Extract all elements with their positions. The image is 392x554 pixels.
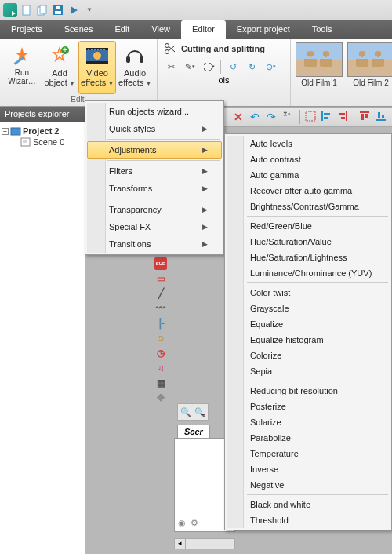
video-effects-button[interactable]: Video effects ▼ bbox=[78, 41, 116, 94]
horizontal-scrollbar[interactable] bbox=[186, 539, 234, 549]
tree-item-label: Project 2 bbox=[23, 126, 59, 136]
rotate-cw-icon[interactable]: ↻ bbox=[245, 60, 259, 74]
scissors-tool-icon[interactable]: ✂ bbox=[164, 60, 178, 74]
new-page-icon[interactable] bbox=[20, 4, 33, 16]
line-icon[interactable]: ╱ bbox=[154, 287, 167, 300]
align-bottom-icon[interactable] bbox=[376, 111, 387, 123]
tab-export-project[interactable]: Export project bbox=[226, 20, 301, 39]
submenu-item-grayscale[interactable]: Grayscale bbox=[227, 301, 390, 316]
submenu-item-black-and-white[interactable]: Black and white bbox=[227, 497, 390, 512]
submenu-item-threshold[interactable]: Threshold bbox=[227, 512, 390, 528]
copy-icon[interactable] bbox=[36, 4, 49, 16]
submenu-arrow-icon: ▶ bbox=[202, 184, 208, 192]
menu-item-special-fx[interactable]: Special FX▶ bbox=[87, 218, 222, 235]
history-dropdown-icon[interactable]: ⧗▾ bbox=[283, 111, 295, 123]
zoom-in-icon[interactable]: 🔍 bbox=[180, 406, 192, 418]
crop-tool-icon[interactable]: ⛶▾ bbox=[201, 60, 216, 74]
select-all-icon[interactable] bbox=[305, 111, 317, 123]
preset-thumbnail bbox=[347, 42, 392, 77]
submenu-item-temperature[interactable]: Temperature bbox=[227, 446, 390, 461]
submenu-item-reducing-bit-resolution[interactable]: Reducing bit resolution bbox=[227, 383, 390, 399]
menu-item-quick-styles[interactable]: Quick styles▶ bbox=[87, 120, 222, 137]
submenu-item-red-green-blue[interactable]: Red/Green/Blue bbox=[227, 218, 390, 234]
undo-icon[interactable]: ↶ bbox=[250, 111, 262, 123]
shape-icon[interactable]: ▭ bbox=[154, 272, 167, 285]
delete-icon[interactable]: ✕ bbox=[234, 111, 245, 123]
gear-icon[interactable]: ⚙ bbox=[191, 518, 198, 528]
audio-effects-button[interactable]: Audio effects ▼ bbox=[116, 41, 154, 94]
preset-label: Old Film 1 bbox=[296, 78, 343, 87]
svg-rect-18 bbox=[97, 49, 99, 50]
eye-icon[interactable]: ◉ bbox=[178, 518, 186, 528]
preset-label: Old Film 2 bbox=[347, 78, 392, 87]
submenu-item-auto-gamma[interactable]: Auto gamma bbox=[227, 167, 390, 183]
effect-presets: Old Film 1 Old Film 2 bbox=[291, 39, 392, 106]
menu-item-transitions[interactable]: Transitions▶ bbox=[87, 235, 222, 253]
tab-scenes[interactable]: Scenes bbox=[53, 20, 104, 39]
rotate-ccw-icon[interactable]: ↺ bbox=[226, 60, 240, 74]
menu-item-label: Run objects wizard... bbox=[109, 107, 189, 116]
chart-icon[interactable]: ╟ bbox=[154, 317, 167, 330]
tab-editor[interactable]: Editor bbox=[181, 20, 226, 39]
chevron-down-icon: ▼ bbox=[108, 81, 114, 86]
menu-item-run-objects-wizard-[interactable]: Run objects wizard... bbox=[87, 103, 222, 120]
add-object-button[interactable]: + Add object ▼ bbox=[41, 41, 78, 94]
projects-explorer-header: Projects explorer bbox=[0, 107, 85, 122]
menu-item-transparency[interactable]: Transparency▶ bbox=[87, 201, 222, 218]
tree-item-scene[interactable]: Scene 0 bbox=[2, 137, 83, 148]
tab-projects[interactable]: Projects bbox=[0, 20, 53, 39]
tree-item-project[interactable]: − Project 2 bbox=[2, 126, 83, 137]
subtitle-icon[interactable]: SUB bbox=[154, 257, 167, 270]
submenu-item-equalize[interactable]: Equalize bbox=[227, 316, 390, 332]
redo-icon[interactable]: ↷ bbox=[267, 111, 278, 123]
submenu-item-hue-saturation-value[interactable]: Hue/Saturation/Value bbox=[227, 234, 390, 250]
submenu-item-posterize[interactable]: Posterize bbox=[227, 399, 390, 414]
align-right-icon[interactable] bbox=[337, 111, 349, 123]
save-icon[interactable] bbox=[52, 4, 64, 16]
submenu-item-equalize-histogram[interactable]: Equalize histogram bbox=[227, 332, 390, 348]
menu-item-transforms[interactable]: Transforms▶ bbox=[87, 180, 222, 197]
music-icon[interactable]: ♫ bbox=[154, 362, 167, 374]
clock-icon[interactable]: ◷ bbox=[154, 347, 167, 359]
menu-item-label: Filters bbox=[109, 166, 132, 176]
run-wizard-button[interactable]: Run Wizar… bbox=[3, 41, 41, 94]
move-icon[interactable]: ✥ bbox=[154, 392, 167, 404]
marker-tool-icon[interactable]: ✎▾ bbox=[183, 60, 197, 74]
curve-icon[interactable]: 〰 bbox=[154, 302, 167, 315]
submenu-item-negative[interactable]: Negative bbox=[227, 477, 390, 493]
submenu-item-recover-after-auto-gamma[interactable]: Recover after auto gamma bbox=[227, 183, 390, 199]
play-icon[interactable] bbox=[67, 4, 80, 16]
menu-item-adjustments[interactable]: Adjustments▶ bbox=[87, 141, 222, 159]
qat-dropdown-icon[interactable]: ▼ bbox=[83, 4, 96, 16]
tab-edit[interactable]: Edit bbox=[103, 20, 140, 39]
submenu-item-brightness-contrast-gamma[interactable]: Brightness/Contrast/Gamma bbox=[227, 199, 390, 214]
align-top-icon[interactable] bbox=[359, 111, 371, 123]
submenu-item-hue-saturation-lightness[interactable]: Hue/Saturation/Lightness bbox=[227, 250, 390, 265]
film-icon[interactable]: ▦ bbox=[154, 377, 167, 389]
submenu-item-auto-contrast[interactable]: Auto contrast bbox=[227, 151, 390, 167]
submenu-item-color-twist[interactable]: Color twist bbox=[227, 285, 390, 301]
submenu-item-parabolize[interactable]: Parabolize bbox=[227, 430, 390, 446]
align-left-icon[interactable] bbox=[321, 111, 332, 123]
submenu-item-luminance-chrominance-yuv-[interactable]: Luminance/Chrominance (YUV) bbox=[227, 265, 390, 281]
project-icon bbox=[10, 126, 21, 136]
timestamp-icon[interactable]: ⊙▾ bbox=[263, 60, 278, 74]
submenu-item-solarize[interactable]: Solarize bbox=[227, 414, 390, 430]
submenu-item-sepia[interactable]: Sepia bbox=[227, 363, 390, 379]
preset-old-film-1[interactable]: Old Film 1 bbox=[296, 42, 343, 103]
submenu-item-inverse[interactable]: Inverse bbox=[227, 461, 390, 477]
zoom-out-icon[interactable]: 🔍− bbox=[194, 406, 206, 418]
tab-view[interactable]: View bbox=[140, 20, 181, 39]
person-icon[interactable]: ☺ bbox=[154, 332, 167, 344]
scene-tab[interactable]: Scer bbox=[177, 425, 210, 438]
scissors-icon bbox=[164, 42, 176, 55]
svg-rect-15 bbox=[88, 49, 89, 50]
app-logo-icon[interactable] bbox=[3, 3, 17, 17]
preset-old-film-2[interactable]: Old Film 2 bbox=[347, 42, 392, 103]
submenu-item-auto-levels[interactable]: Auto levels bbox=[227, 136, 390, 151]
scroll-left-icon[interactable]: ◂ bbox=[175, 539, 186, 549]
collapse-icon[interactable]: − bbox=[2, 128, 9, 135]
tab-tools[interactable]: Tools bbox=[301, 20, 343, 39]
menu-item-filters[interactable]: Filters▶ bbox=[87, 162, 222, 180]
submenu-item-colorize[interactable]: Colorize bbox=[227, 348, 390, 363]
